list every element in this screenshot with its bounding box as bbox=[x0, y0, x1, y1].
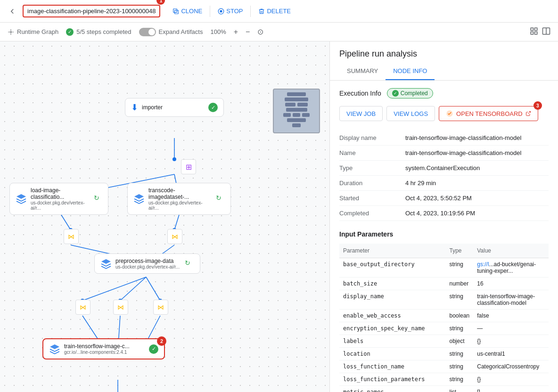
svg-point-4 bbox=[10, 31, 12, 33]
node-transcode-refresh: ↻ bbox=[216, 194, 225, 204]
view-logs-button[interactable]: VIEW LOGS bbox=[386, 106, 435, 121]
params-table: Parameter Type Value base_output_directo… bbox=[339, 244, 549, 392]
clone-button[interactable]: CLONE bbox=[172, 8, 202, 15]
connector-flow-br: ⋈ bbox=[153, 300, 168, 315]
view-job-button[interactable]: VIEW JOB bbox=[339, 106, 383, 121]
action-buttons: VIEW JOB VIEW LOGS OPEN TENSORBOARD 3 bbox=[339, 106, 549, 121]
col-type: Type bbox=[446, 244, 474, 258]
node-importer-label: importer bbox=[142, 104, 163, 111]
param-type: string bbox=[446, 290, 474, 310]
zoom-out-button[interactable]: − bbox=[246, 28, 250, 36]
info-row-started: Started Oct 4, 2023, 5:50:52 PM bbox=[339, 191, 549, 206]
param-type: object bbox=[446, 335, 474, 348]
tab-summary[interactable]: SUMMARY bbox=[339, 63, 386, 80]
panel-tabs: SUMMARY NODE INFO bbox=[330, 63, 558, 81]
param-value-link[interactable]: gs://l bbox=[477, 261, 489, 268]
param-type: list bbox=[446, 386, 474, 392]
param-type: number bbox=[446, 278, 474, 290]
cube-icon-transcode bbox=[133, 193, 145, 204]
param-value: us-central1 bbox=[473, 348, 549, 360]
param-name: batch_size bbox=[339, 278, 446, 290]
param-row: display_namestringtrain-tensorflow-image… bbox=[339, 290, 549, 310]
node-train-sub: gcr.io/...line-components:2.4.1 bbox=[64, 350, 130, 355]
info-row-duration: Duration 4 hr 29 min bbox=[339, 176, 549, 191]
node-load[interactable]: load-image-classificatio... us-docker.pk… bbox=[9, 183, 108, 215]
split-view-button[interactable] bbox=[542, 27, 550, 37]
param-name: location bbox=[339, 348, 446, 360]
node-importer[interactable]: ⬇ importer ✓ bbox=[125, 98, 224, 117]
node-transcode-label: transcode-imagedataset-... bbox=[148, 187, 212, 200]
param-name: display_name bbox=[339, 290, 446, 310]
svg-point-25 bbox=[172, 157, 176, 161]
node-preprocess[interactable]: preprocess-image-data us-docker.pkg.dev/… bbox=[94, 253, 200, 274]
tab-node-info[interactable]: NODE INFO bbox=[386, 63, 435, 80]
param-value: {} bbox=[473, 335, 549, 348]
display-name-label: Display name bbox=[339, 131, 405, 146]
svg-line-15 bbox=[174, 215, 179, 230]
param-value: — bbox=[473, 322, 549, 335]
steps-label: 5/5 steps completed bbox=[76, 28, 131, 35]
svg-rect-3 bbox=[220, 10, 222, 12]
svg-rect-6 bbox=[535, 28, 537, 30]
delete-button[interactable]: DELETE bbox=[258, 8, 291, 15]
node-transcode[interactable]: transcode-imagedataset-... us-docker.pkg… bbox=[127, 183, 231, 215]
expand-label: Expand Artifacts bbox=[159, 28, 203, 35]
delete-label: DELETE bbox=[267, 8, 291, 15]
header-actions: CLONE STOP DELETE bbox=[172, 6, 291, 17]
started-label: Started bbox=[339, 191, 405, 206]
back-button[interactable] bbox=[6, 5, 19, 18]
param-name: labels bbox=[339, 335, 446, 348]
param-name: loss_function_name bbox=[339, 360, 446, 373]
node-load-label: load-image-classificatio... bbox=[31, 187, 90, 200]
node-train[interactable]: train-tensorflow-image-c... gcr.io/...li… bbox=[42, 338, 165, 359]
param-name: loss_function_parameters bbox=[339, 373, 446, 386]
node-train-label: train-tensorflow-image-c... bbox=[64, 343, 130, 350]
stop-label: STOP bbox=[226, 8, 243, 15]
info-row-display-name: Display name train-tensorflow-image-clas… bbox=[339, 131, 549, 146]
col-parameter: Parameter bbox=[339, 244, 446, 258]
param-row: locationstringus-central1 bbox=[339, 348, 549, 360]
graph-panel[interactable]: ⬇ importer ✓ ⊞ load-image-classificatio.… bbox=[0, 41, 330, 392]
completed-value: Oct 4, 2023, 10:19:56 PM bbox=[405, 206, 549, 221]
completed-label: Completed bbox=[339, 206, 405, 221]
zoom-in-button[interactable]: + bbox=[234, 28, 238, 36]
zoom-reset-button[interactable]: ⊙ bbox=[257, 27, 263, 36]
runtime-graph-label: Runtime Graph bbox=[17, 28, 58, 35]
node-load-sub: us-docker.pkg.dev/vertex-ai/r... bbox=[31, 200, 90, 211]
panel-content: Execution Info Completed VIEW JOB VIEW L… bbox=[330, 81, 558, 392]
param-type: string bbox=[446, 322, 474, 335]
col-value: Value bbox=[473, 244, 549, 258]
runtime-graph-item[interactable]: Runtime Graph bbox=[8, 28, 58, 35]
right-panel: Pipeline run analysis SUMMARY NODE INFO … bbox=[330, 41, 558, 392]
duration-value: 4 hr 29 min bbox=[405, 176, 549, 191]
preview-thumbnail bbox=[273, 89, 320, 133]
node-preprocess-sub: us-docker.pkg.dev/vertex-ai/r... bbox=[115, 264, 180, 270]
svg-rect-1 bbox=[173, 8, 177, 12]
type-label: Type bbox=[339, 161, 405, 176]
badge-2: 2 bbox=[157, 336, 166, 346]
status-text: Completed bbox=[401, 90, 428, 97]
badge-1: 1 bbox=[156, 0, 165, 5]
cube-icon-preprocess bbox=[100, 258, 112, 270]
expand-artifacts[interactable]: Expand Artifacts bbox=[139, 28, 203, 36]
svg-line-20 bbox=[146, 277, 160, 301]
param-type: string bbox=[446, 348, 474, 360]
param-row: labelsobject{} bbox=[339, 335, 549, 348]
param-name: base_output_directory bbox=[339, 258, 446, 278]
main-content: ⬇ importer ✓ ⊞ load-image-classificatio.… bbox=[0, 41, 558, 392]
svg-line-18 bbox=[82, 277, 146, 301]
open-tensorboard-button[interactable]: OPEN TENSORBOARD bbox=[439, 106, 538, 121]
tensorboard-icon bbox=[446, 110, 453, 117]
param-row: metric_nameslist[] bbox=[339, 386, 549, 392]
node-train-status: ✓ bbox=[149, 344, 158, 354]
stop-button[interactable]: STOP bbox=[218, 8, 243, 15]
node-preprocess-label: preprocess-image-data bbox=[115, 258, 180, 264]
display-name-value: train-tensorflow-image-classification-mo… bbox=[405, 131, 549, 146]
svg-line-19 bbox=[120, 277, 146, 301]
param-type: string bbox=[446, 258, 474, 278]
grid-view-button[interactable] bbox=[530, 27, 538, 37]
param-type: string bbox=[446, 360, 474, 373]
execution-info: Execution Info Completed bbox=[339, 88, 549, 98]
svg-rect-0 bbox=[175, 10, 179, 14]
connector-flow-bm: ⋈ bbox=[113, 300, 128, 315]
